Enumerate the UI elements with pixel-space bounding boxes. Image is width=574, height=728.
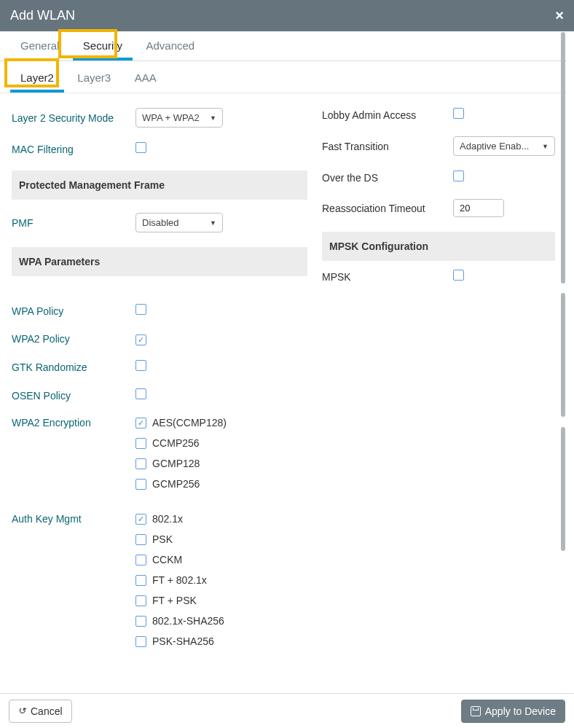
label-reassoc: Reassociation Timeout [322,203,453,214]
caret-down-icon: ▼ [542,143,549,150]
akm-label: 802.1x-SHA256 [152,615,224,627]
left-column: Layer 2 Security Mode WPA + WPA2 ▼ MAC F… [12,108,307,670]
row-wpa-policy: WPA Policy [12,304,307,318]
tabs-primary: General Security Advanced [0,29,567,61]
checkbox-lobby[interactable] [453,108,464,119]
akm-psk: PSK [135,533,307,545]
checkbox-enc-gcmp256[interactable] [135,479,146,490]
akm-label: 802.1x [152,513,183,525]
caret-down-icon: ▼ [210,219,216,227]
label-pmf: PMF [12,217,135,229]
scroll-area: General Security Advanced Layer2 Layer3 … [0,29,567,693]
akm-8021x: 802.1x [135,513,307,525]
undo-icon: ↻ [17,705,28,717]
enc-label: CCMP256 [152,437,200,449]
header-mpsk: MPSK Configuration [322,232,555,261]
label-wpa2-policy: WPA2 Policy [12,333,135,345]
row-pmf: PMF Disabled ▼ [12,213,307,232]
checkbox-enc-gcmp128[interactable] [135,458,146,469]
checkbox-gtk[interactable] [135,360,146,371]
row-mac-filter: MAC Filtering [12,142,307,156]
akm-cckm: CCKM [135,554,307,565]
dialog-titlebar: Add WLAN × [0,0,574,31]
header-wpa-params: WPA Parameters [12,247,307,276]
tabs-secondary: Layer2 Layer3 AAA [0,61,567,93]
label-akm: Auth Key Mgmt [12,513,135,525]
enc-opt-gcmp256: GCMP256 [135,478,307,490]
checkbox-enc-ccmp256[interactable] [135,438,146,449]
checkbox-akm-8021x-sha256[interactable] [135,616,146,627]
akm-label: CCKM [152,554,182,565]
checkbox-osen[interactable] [135,388,146,399]
cancel-label: Cancel [31,705,63,717]
tab-advanced[interactable]: Advanced [135,34,205,58]
akm-label: FT + PSK [152,595,197,606]
label-l2-security: Layer 2 Security Mode [12,112,135,124]
select-l2-security[interactable]: WPA + WPA2 ▼ [135,108,223,128]
row-osen: OSEN Policy [12,388,307,402]
row-gtk: GTK Randomize [12,360,307,374]
checkbox-akm-psk[interactable] [135,534,146,545]
label-mpsk: MPSK [322,271,453,283]
row-l2-security: Layer 2 Security Mode WPA + WPA2 ▼ [12,108,307,128]
tab-aaa[interactable]: AAA [125,66,167,90]
save-icon [471,706,481,716]
tab-general[interactable]: General [10,34,69,58]
dialog-footer: ↻ Cancel Apply to Device [0,693,574,728]
scrollbar-thumb[interactable] [561,427,565,551]
select-pmf-value: Disabled [142,217,179,228]
select-ft-value: Adaptive Enab... [460,141,529,152]
akm-label: PSK-SHA256 [152,635,214,647]
enc-opt-aes: AES(CCMP128) [135,417,307,428]
enc-opt-ccmp256: CCMP256 [135,437,307,449]
checkbox-akm-ft8021x[interactable] [135,575,146,586]
tab-layer3[interactable]: Layer3 [67,66,121,90]
select-fast-transition[interactable]: Adaptive Enab... ▼ [453,136,555,156]
caret-down-icon: ▼ [210,114,216,122]
label-gtk: GTK Randomize [12,361,135,373]
checkbox-mpsk[interactable] [453,270,464,281]
checkbox-akm-8021x[interactable] [135,514,146,525]
enc-label: GCMP256 [152,478,200,490]
select-pmf[interactable]: Disabled ▼ [135,213,223,232]
row-akm: Auth Key Mgmt 802.1x PSK CCKM FT + 802.1… [12,513,307,656]
checkbox-over-ds[interactable] [453,171,464,181]
checkbox-mac-filter[interactable] [135,142,146,153]
row-lobby: Lobby Admin Access [322,108,555,122]
apply-label: Apply to Device [485,705,556,717]
enc-label: GCMP128 [152,458,200,469]
row-wpa2-enc: WPA2 Encryption AES(CCMP128) CCMP256 GCM… [12,417,307,498]
scrollbar-thumb[interactable] [561,293,565,417]
row-reassoc: Reassociation Timeout [322,199,555,217]
apply-button[interactable]: Apply to Device [461,700,565,723]
label-wpa-policy: WPA Policy [12,305,135,317]
checkbox-akm-ftpsk[interactable] [135,595,146,606]
akm-8021x-sha256: 802.1x-SHA256 [135,615,307,627]
checkbox-enc-aes[interactable] [135,418,146,428]
row-mpsk: MPSK [322,270,555,283]
checkbox-akm-cckm[interactable] [135,555,146,565]
label-mac-filter: MAC Filtering [12,144,135,155]
row-wpa2-policy: WPA2 Policy [12,332,307,345]
akm-label: PSK [152,533,173,545]
enc-opt-gcmp128: GCMP128 [135,458,307,469]
label-ft: Fast Transition [322,141,453,152]
scrollbar-thumb[interactable] [561,32,565,283]
checkbox-wpa2-policy[interactable] [135,334,146,345]
akm-ft8021x: FT + 802.1x [135,574,307,586]
akm-label: FT + 802.1x [152,574,207,586]
label-lobby: Lobby Admin Access [322,109,453,121]
akm-ftpsk: FT + PSK [135,595,307,606]
checkbox-akm-psk-sha256[interactable] [135,636,146,647]
input-reassoc-timeout[interactable] [453,199,504,217]
right-column: Lobby Admin Access Fast Transition Adapt… [322,108,555,670]
tab-security[interactable]: Security [73,34,133,60]
checkbox-wpa-policy[interactable] [135,304,146,315]
label-osen: OSEN Policy [12,390,135,402]
select-l2-value: WPA + WPA2 [142,112,200,123]
enc-label: AES(CCMP128) [152,417,227,428]
cancel-button[interactable]: ↻ Cancel [9,700,72,723]
akm-psk-sha256: PSK-SHA256 [135,635,307,647]
tab-layer2[interactable]: Layer2 [10,66,64,93]
close-icon[interactable]: × [555,7,564,24]
